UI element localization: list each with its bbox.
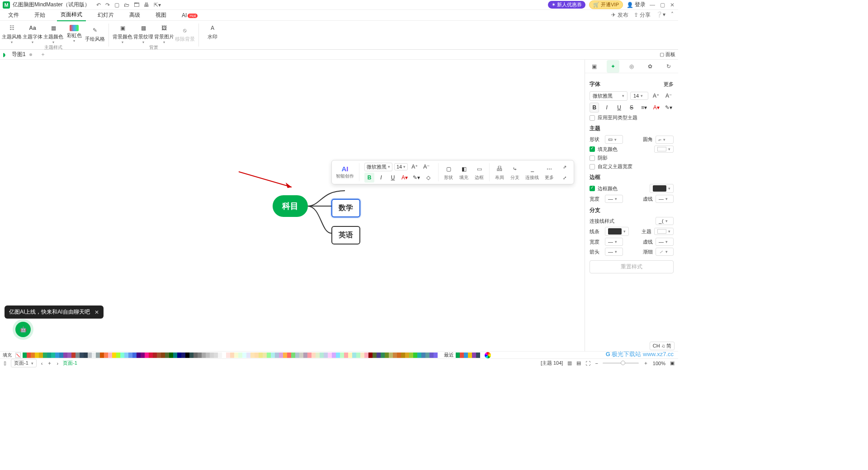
minimize-icon[interactable]: —: [649, 2, 656, 8]
ribbon-rainbow[interactable]: 彩虹色▾: [65, 22, 83, 44]
menu-slides[interactable]: 幻灯片: [94, 9, 118, 21]
ribbon-bg-image[interactable]: 🖼背景图片▾: [155, 22, 173, 44]
login-button[interactable]: 👤 登录: [627, 1, 646, 9]
ribbon-theme-font[interactable]: Aa主题字体▾: [24, 22, 42, 44]
fb-font-increase[interactable]: A⁺: [410, 162, 420, 172]
shape-select[interactable]: ▭ ▾: [605, 135, 623, 144]
branch-theme-select[interactable]: ▾: [654, 228, 674, 235]
export-icon[interactable]: ⇱▾: [154, 2, 161, 8]
undo-icon[interactable]: ↶: [96, 2, 101, 8]
font-size-select[interactable]: 14▾: [630, 92, 648, 100]
fullscreen-icon[interactable]: ⛶: [585, 361, 590, 366]
maximize-icon[interactable]: ▢: [659, 2, 665, 8]
ribbon-bg-texture[interactable]: ▩背景纹理▾: [134, 22, 152, 44]
rtab-style-icon[interactable]: ✦: [607, 60, 619, 73]
taper-select[interactable]: ⟋ ▾: [656, 248, 674, 256]
bold-button[interactable]: B: [590, 103, 599, 113]
fb-expand-icon[interactable]: ⤢: [560, 173, 570, 183]
color-picker-icon[interactable]: [485, 352, 491, 358]
ribbon-bg-color[interactable]: ▣背景颜色▾: [113, 22, 132, 44]
shadow-checkbox[interactable]: [590, 155, 595, 161]
child-node-selected[interactable]: 数学: [331, 199, 360, 217]
layout1-icon[interactable]: ▥: [567, 360, 572, 366]
menu-ai[interactable]: AIHot: [178, 10, 201, 20]
font-dec-icon[interactable]: A⁻: [664, 91, 674, 101]
fb-clear-format[interactable]: ◇: [423, 173, 433, 183]
ribbon-theme-style[interactable]: ☷主题风格▾: [3, 22, 21, 44]
font-family-select[interactable]: 微软雅黑▾: [590, 91, 627, 101]
help-icon[interactable]: ❔▾: [656, 11, 665, 19]
close-tip-icon[interactable]: ✕: [94, 309, 99, 315]
fit-icon[interactable]: ▣: [670, 360, 675, 366]
fb-bold[interactable]: B: [364, 173, 374, 183]
branch-dash-select[interactable]: — ▾: [656, 238, 674, 246]
open-icon[interactable]: 🗁: [124, 2, 129, 8]
fb-more[interactable]: ⋯更多: [543, 162, 556, 183]
close-icon[interactable]: ✕: [669, 2, 675, 8]
italic-button[interactable]: I: [602, 103, 611, 113]
add-page-icon[interactable]: ＋: [47, 360, 52, 367]
fb-font-select[interactable]: 微软雅黑▾: [364, 163, 392, 171]
fb-ai[interactable]: AI 智能创作: [335, 162, 355, 183]
root-node[interactable]: 科目: [273, 195, 308, 217]
line-color-select[interactable]: ▾: [605, 227, 629, 236]
toggle-panel-button[interactable]: ▢ 面板: [660, 51, 675, 58]
share-button[interactable]: ⇪ 分享: [634, 11, 651, 19]
prev-page-icon[interactable]: ‹: [41, 361, 43, 366]
strike-button[interactable]: S: [627, 103, 636, 113]
coupon-badge[interactable]: ✶ 新人优惠券: [548, 1, 585, 9]
border-color-select[interactable]: ▾: [650, 184, 674, 193]
arrow-select[interactable]: — ▾: [605, 248, 623, 256]
menu-advanced[interactable]: 高级: [126, 9, 144, 21]
add-tab-button[interactable]: ＋: [38, 51, 47, 58]
new-icon[interactable]: ▢: [114, 2, 119, 8]
collapse-ribbon-icon[interactable]: ˄: [671, 11, 674, 19]
border-color-checkbox[interactable]: [590, 186, 595, 191]
fb-shape[interactable]: ▢形状: [442, 162, 455, 183]
layout2-icon[interactable]: ▤: [576, 360, 581, 366]
border-width-select[interactable]: — ▾: [605, 195, 623, 203]
fb-underline[interactable]: U: [388, 173, 398, 183]
fb-font-color[interactable]: A▾: [400, 173, 410, 183]
ribbon-watermark[interactable]: 𝖠水印: [203, 22, 222, 40]
no-fill-icon[interactable]: [15, 352, 21, 358]
zoom-in-icon[interactable]: ＋: [643, 360, 648, 367]
fb-fill[interactable]: ◧填充: [458, 162, 470, 183]
fill-color-checkbox[interactable]: [590, 146, 595, 152]
outline-view-icon[interactable]: ▯: [4, 360, 6, 366]
ribbon-hand-drawn[interactable]: ✎手绘风格: [86, 22, 104, 44]
fb-branch[interactable]: ⤷分支: [509, 162, 521, 183]
vip-button[interactable]: 🛒 开通VIP: [589, 0, 623, 9]
fb-border[interactable]: ▭边框: [473, 162, 486, 183]
fb-highlight[interactable]: ✎▾: [411, 173, 421, 183]
zoom-out-icon[interactable]: −: [595, 361, 598, 366]
font-color-button[interactable]: A▾: [651, 103, 661, 113]
rtab-outline-icon[interactable]: ▣: [588, 60, 601, 73]
ribbon-remove-bg[interactable]: ⦸移除背景: [176, 22, 194, 44]
next-page-icon[interactable]: ›: [57, 361, 58, 366]
publish-button[interactable]: ✈ 发布: [611, 11, 628, 19]
page-tab[interactable]: 页面-1: [63, 360, 77, 367]
page-select[interactable]: 页面-1▾: [11, 359, 37, 367]
highlight-button[interactable]: ✎▾: [664, 103, 674, 113]
ai-fab-button[interactable]: 🤖: [15, 322, 31, 337]
ribbon-theme-color[interactable]: ▦主题颜色▾: [44, 22, 62, 44]
zoom-slider[interactable]: [603, 362, 639, 364]
rtab-mark-icon[interactable]: ◎: [625, 60, 638, 73]
fb-connector[interactable]: ⎯连接线: [524, 162, 540, 183]
child-node[interactable]: 英语: [331, 226, 360, 244]
apply-same-checkbox[interactable]: [590, 115, 595, 121]
menu-page-style[interactable]: 页面样式: [57, 9, 86, 21]
redo-icon[interactable]: ↷: [105, 2, 110, 8]
menu-start[interactable]: 开始: [31, 9, 49, 21]
rtab-icon-icon[interactable]: ✿: [644, 60, 656, 73]
fb-size-select[interactable]: 14▾: [394, 163, 408, 170]
fb-italic[interactable]: I: [376, 173, 386, 183]
branch-width-select[interactable]: — ▾: [605, 238, 623, 246]
rtab-history-icon[interactable]: ↻: [662, 60, 675, 73]
canvas[interactable]: 科目 数学 英语 AI 智能创作 微软雅黑▾ 14▾ A⁺ A⁻ B I U: [0, 60, 585, 351]
fill-color-select[interactable]: ▾: [654, 146, 674, 153]
font-inc-icon[interactable]: A⁺: [651, 91, 661, 101]
menu-file[interactable]: 文件: [5, 9, 23, 21]
menu-view[interactable]: 视图: [152, 9, 170, 21]
